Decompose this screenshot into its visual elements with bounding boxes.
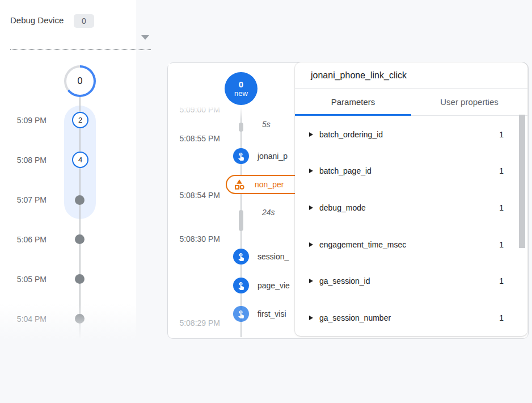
event-name[interactable]: session_ xyxy=(257,251,289,262)
minute-label: 5:06 PM xyxy=(0,234,47,245)
parameter-name: batch_page_id xyxy=(319,166,499,175)
parameter-count: 1 xyxy=(499,130,504,139)
countdown-ring: 0 xyxy=(64,65,96,97)
minute-dot[interactable] xyxy=(75,234,85,244)
minute-label: 5:05 PM xyxy=(0,274,47,285)
parameter-name: batch_ordering_id xyxy=(319,130,499,139)
parameter-count: 1 xyxy=(499,240,504,249)
new-events-badge[interactable]: 0 new xyxy=(225,72,257,105)
parameter-count: 1 xyxy=(499,276,504,286)
stream-timestamp: 5:08:30 PM xyxy=(168,233,220,245)
event-name[interactable]: jonani_p xyxy=(257,150,288,162)
gap-duration-label: 5s xyxy=(262,119,271,130)
minutes-timeline-line xyxy=(79,97,81,338)
expand-arrow-icon[interactable] xyxy=(309,205,313,210)
debug-device-label: Debug Device xyxy=(10,15,64,25)
tab-user-properties[interactable]: User properties xyxy=(411,89,527,115)
parameter-row[interactable]: debug_mode 1 xyxy=(309,202,504,213)
minute-event-count-bubble[interactable]: 4 xyxy=(72,152,88,168)
minute-dot[interactable] xyxy=(75,195,85,205)
event-detail-title: jonani_phone_link_click xyxy=(295,62,527,89)
gap-duration-label: 24s xyxy=(262,207,275,218)
parameter-name: engagement_time_msec xyxy=(319,240,499,249)
event-name[interactable]: first_visi xyxy=(257,308,286,320)
expand-arrow-icon[interactable] xyxy=(309,169,313,173)
parameter-row[interactable]: ga_session_id 1 xyxy=(309,275,504,287)
parameter-name: debug_mode xyxy=(319,203,499,212)
minute-event-count-bubble[interactable]: 2 xyxy=(72,112,88,128)
expand-arrow-icon[interactable] xyxy=(309,316,313,320)
detail-tabs: Parameters User properties xyxy=(295,89,527,116)
touch-icon[interactable] xyxy=(233,306,249,322)
timeline-bottom-fade xyxy=(0,304,136,342)
event-name: non_per xyxy=(255,180,284,189)
touch-icon[interactable] xyxy=(233,148,249,164)
debug-device-count-badge: 0 xyxy=(74,14,94,28)
expand-arrow-icon[interactable] xyxy=(309,242,313,247)
stream-timestamp: 5:08:54 PM xyxy=(168,190,220,201)
parameter-count: 1 xyxy=(499,313,504,322)
minute-label: 5:09 PM xyxy=(0,115,47,126)
parameter-row[interactable]: engagement_time_msec 1 xyxy=(309,239,504,250)
stream-timestamp: 5:08:55 PM xyxy=(168,133,220,144)
parameter-row[interactable]: batch_ordering_id 1 xyxy=(309,129,504,140)
gap-capsule xyxy=(239,210,243,231)
touch-icon[interactable] xyxy=(233,278,249,293)
parameter-name: ga_session_id xyxy=(319,276,499,286)
device-dropdown-arrow-icon[interactable] xyxy=(141,35,149,40)
gap-capsule xyxy=(239,123,243,132)
parameter-row[interactable]: ga_session_number 1 xyxy=(309,312,504,324)
parameter-name: ga_session_number xyxy=(319,313,499,322)
tab-parameters[interactable]: Parameters xyxy=(295,89,411,115)
active-tab-underline xyxy=(295,114,411,116)
minute-dot[interactable] xyxy=(75,274,85,284)
parameter-count: 1 xyxy=(499,166,504,175)
dotted-divider xyxy=(10,49,151,50)
minute-label: 5:08 PM xyxy=(0,154,47,166)
parameters-list: batch_ordering_id 1 batch_page_id 1 debu… xyxy=(295,116,527,335)
new-events-label: new xyxy=(234,89,248,98)
expand-arrow-icon[interactable] xyxy=(309,132,313,137)
parameter-count: 1 xyxy=(499,203,504,212)
expand-arrow-icon[interactable] xyxy=(309,279,313,283)
scrollbar-thumb[interactable] xyxy=(519,115,525,248)
stream-timestamp: 5:08:29 PM xyxy=(168,317,220,329)
minute-label: 5:07 PM xyxy=(0,194,47,205)
parameter-row[interactable]: batch_page_id 1 xyxy=(309,165,504,177)
event-detail-panel: jonani_phone_link_click Parameters User … xyxy=(295,62,527,336)
countdown-value: 0 xyxy=(66,68,94,95)
touch-icon[interactable] xyxy=(233,249,249,265)
event-name[interactable]: page_vie xyxy=(257,280,290,291)
new-events-count: 0 xyxy=(239,79,243,89)
debugview-page: Debug Device 0 0 5:09 PM 5:08 PM 5:07 PM… xyxy=(0,0,532,403)
shapes-icon xyxy=(233,178,246,191)
